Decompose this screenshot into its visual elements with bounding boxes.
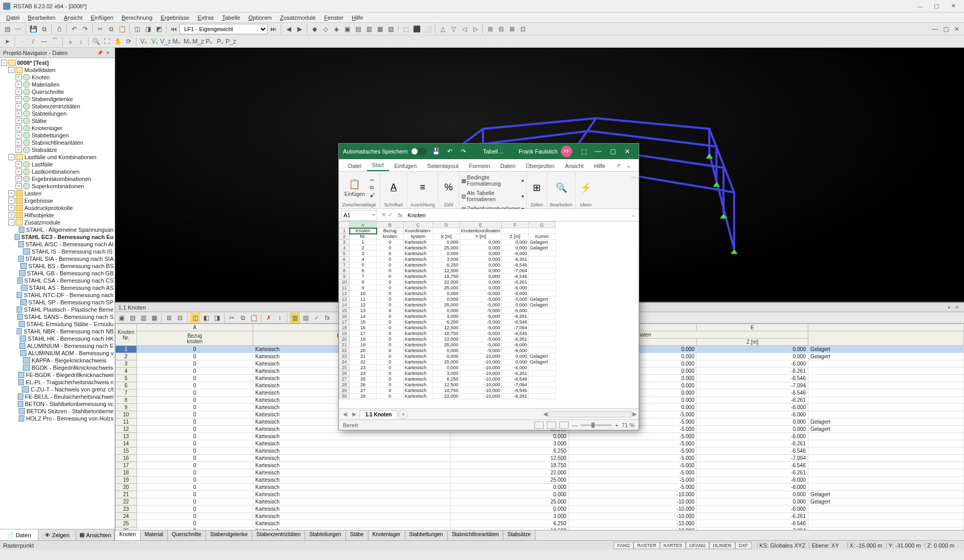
excel-fx-cancel-icon[interactable]: ✕ bbox=[381, 212, 386, 218]
excel-row[interactable]: 12100Kartesisch0,000-5,000-6,000 bbox=[339, 291, 556, 297]
excel-ideas-button[interactable]: ⚡ bbox=[577, 180, 594, 195]
view2-button[interactable]: ◨ bbox=[143, 24, 153, 34]
excel-rtab-seitenlayout[interactable]: Seitenlayout bbox=[422, 161, 464, 171]
table-tab-material[interactable]: Material bbox=[141, 530, 168, 540]
tt-btn[interactable]: ◨ bbox=[212, 313, 222, 323]
menu-berechnung[interactable]: Berechnung bbox=[117, 13, 156, 22]
pan-icon[interactable]: ✋ bbox=[113, 36, 123, 47]
menu-ansicht[interactable]: Ansicht bbox=[60, 13, 87, 22]
excel-fx-ok-icon[interactable]: ✓ bbox=[388, 212, 393, 218]
print-button[interactable]: ⎙ bbox=[54, 24, 64, 34]
excel-row[interactable]: 1080Kartesisch22,0000,000-6,261 bbox=[339, 279, 556, 285]
prev-page-button[interactable]: ⏮ bbox=[169, 24, 179, 34]
excel-row[interactable]: 23210Kartesisch0,000-10,0000,000Gelagert bbox=[339, 354, 556, 359]
zoom-fit-icon[interactable]: ⛶ bbox=[102, 36, 112, 47]
tree-stahl-hk-bemessung-nach-hk[interactable]: STAHL HK - Bemessung nach HK bbox=[1, 335, 114, 342]
tt-btn[interactable]: ◫ bbox=[190, 313, 200, 323]
excel-rtab-datei[interactable]: Datei bbox=[343, 161, 367, 171]
excel-row[interactable]: 24220Kartesisch25,000-10,0000,000Gelager… bbox=[339, 359, 556, 365]
tool-icon[interactable]: ⬛ bbox=[411, 24, 422, 34]
view-y-icon[interactable]: Vᵧ bbox=[149, 36, 160, 47]
excel-save-icon[interactable]: 💾 bbox=[432, 147, 441, 156]
tree-knotenlager[interactable]: +Knotenlager bbox=[1, 124, 114, 132]
excel-formula-input[interactable] bbox=[406, 210, 628, 220]
excel-align-button[interactable]: ≡ bbox=[415, 180, 431, 195]
save-button[interactable]: 💾 bbox=[28, 24, 38, 34]
tt-btn[interactable]: ◧ bbox=[201, 313, 211, 323]
excel-zoom-out-icon[interactable]: — bbox=[572, 422, 577, 428]
excel-row[interactable]: 15130Kartesisch0,000-5,000-6,000 bbox=[339, 308, 556, 314]
excel-number-button[interactable]: % bbox=[440, 180, 457, 195]
table-row[interactable]: 180Kartesisch22.000-5.000-6.261 bbox=[116, 469, 964, 477]
excel-cells-button[interactable]: ⊞ bbox=[529, 180, 545, 195]
tree-lasten[interactable]: +Lasten bbox=[1, 190, 114, 197]
undo-button[interactable]: ↶ bbox=[69, 24, 79, 34]
tree-stahl-csa-bemessung-nach-cs[interactable]: STAHL CSA - Bemessung nach CS bbox=[1, 277, 114, 284]
tree-stabteilungen[interactable]: +Stabteilungen bbox=[1, 110, 114, 117]
next-button[interactable]: ▶ bbox=[294, 24, 305, 34]
status-toggle-fang[interactable]: FANG bbox=[614, 542, 634, 549]
excel-row[interactable]: 2Nr.knotensystemX [m]Y [m]Z [m]Komm bbox=[339, 234, 556, 240]
tool-icon[interactable]: ⬚ bbox=[401, 24, 411, 34]
tool-icon[interactable]: ▤ bbox=[353, 24, 363, 34]
excel-row[interactable]: 640Kartesisch3,0000,000-6,261 bbox=[339, 257, 556, 262]
table-tab-stäbe[interactable]: Stäbe bbox=[346, 530, 368, 540]
axis-icon[interactable]: Pᵧ bbox=[215, 36, 225, 47]
excel-row[interactable]: 28260Kartesisch12,500-10,000-7,094 bbox=[339, 382, 556, 388]
axis-icon[interactable]: P_z bbox=[226, 36, 236, 47]
excel-share-icon[interactable]: ↗ bbox=[611, 160, 621, 171]
excel-view-break-icon[interactable] bbox=[559, 422, 569, 429]
excel-row[interactable]: 1190Kartesisch25,0000,000-6,000 bbox=[339, 285, 556, 291]
excel-row[interactable]: 20180Kartesisch22,000-5,000-6,261 bbox=[339, 337, 556, 342]
excel-row[interactable]: 30280Kartesisch22,000-10,000-6,261 bbox=[339, 394, 556, 399]
prev-button[interactable]: ◀ bbox=[283, 24, 294, 34]
status-toggle-ofang[interactable]: OFANG bbox=[686, 542, 710, 549]
tree-ergebniskombinationen[interactable]: +Ergebniskombinationen bbox=[1, 175, 114, 183]
child-close-button[interactable]: ✕ bbox=[952, 24, 962, 34]
table-tab-stabnichtlinearitäten[interactable]: Stabnichtlinearitäten bbox=[448, 530, 504, 540]
axis-icon[interactable]: M_z bbox=[193, 36, 203, 47]
autosave-toggle[interactable] bbox=[411, 148, 426, 155]
tab-daten[interactable]: 📄Daten bbox=[0, 529, 38, 540]
table-row[interactable]: 130Kartesisch0.000-5.000-6.000 bbox=[116, 433, 964, 440]
rotate-icon[interactable]: ⟳ bbox=[123, 36, 134, 47]
tab-zeigen[interactable]: 👁Zeigen bbox=[38, 529, 77, 540]
tree-bgdk-biegedrillknicknachweis[interactable]: BGDK - Biegedrillknicknachweis bbox=[1, 364, 114, 371]
maximize-button[interactable]: ▢ bbox=[929, 1, 944, 11]
tree-stabs-tze[interactable]: +Stabsätze bbox=[1, 146, 114, 153]
menu-ergebnisse[interactable]: Ergebnisse bbox=[157, 13, 194, 22]
tree-querschnitte[interactable]: +Querschnitte bbox=[1, 88, 114, 95]
excel-row[interactable]: 970Kartesisch18,7500,000-6,546 bbox=[339, 274, 556, 279]
open-button[interactable]: ⋯ bbox=[13, 24, 23, 34]
tree-holz-pro-bemessung-von-holzs[interactable]: HOLZ Pro - Bemessung von Holzs bbox=[1, 415, 114, 422]
table-tab-querschnitte[interactable]: Querschnitte bbox=[168, 530, 206, 540]
redo-button[interactable]: ↷ bbox=[80, 24, 90, 34]
point-icon[interactable]: · bbox=[17, 36, 27, 47]
excel-sheet[interactable]: ABCDEFG1KnotenBezugKoordinaten-Knotenkoo… bbox=[339, 221, 639, 408]
excel-condformat-button[interactable]: ▦ Bedingte Formatierung ▾ bbox=[460, 174, 525, 187]
tool-icon[interactable]: ⊠ bbox=[507, 24, 517, 34]
tt-btn[interactable]: ↕ bbox=[274, 313, 285, 323]
view-x-icon[interactable]: Vₓ bbox=[139, 36, 149, 47]
excel-rtab-hilfe[interactable]: Hilfe bbox=[589, 161, 611, 171]
table-row[interactable]: 200Kartesisch0.000-5.000-6.000 bbox=[116, 484, 964, 491]
support-icon[interactable]: ⏚ bbox=[65, 36, 75, 47]
excel-row[interactable]: 18160Kartesisch12,500-5,000-7,094 bbox=[339, 325, 556, 331]
tree-ergebnisse[interactable]: +Ergebnisse bbox=[1, 197, 114, 204]
view-z-icon[interactable]: V_z bbox=[160, 36, 171, 47]
table-tab-stabexzentrizitäten[interactable]: Stabexzentrizitäten bbox=[252, 530, 305, 540]
tool-icon[interactable]: ▦ bbox=[375, 24, 385, 34]
table-row[interactable]: 210Kartesisch0.000-10.0000.000Gelagert bbox=[116, 491, 964, 498]
user-avatar[interactable]: FF bbox=[561, 146, 572, 157]
axis-icon[interactable]: Mₓ bbox=[171, 36, 182, 47]
excel-row[interactable]: 17150Kartesisch6,250-5,000-6,546 bbox=[339, 319, 556, 325]
table-row[interactable]: 240Kartesisch3.000-10.000-6.261 bbox=[116, 513, 964, 520]
excel-zoom-in-icon[interactable]: + bbox=[615, 422, 618, 428]
excel-row[interactable]: 530Kartesisch0,0000,000-6,000 bbox=[339, 251, 556, 257]
tree-c-zu-t-nachweis-von-grenz-c-t[interactable]: C-ZU-T - Nachweis von grenz c/t bbox=[1, 386, 114, 393]
sheet-add-icon[interactable]: + bbox=[398, 410, 408, 419]
tree-aluminium-bemessung-nach-e[interactable]: ALUMINIUM - Bemessung nach E bbox=[1, 342, 114, 349]
excel-user[interactable]: Frank Faulstich FF bbox=[519, 146, 572, 157]
excel-rtab-überprüfen[interactable]: Überprüfen bbox=[521, 161, 560, 171]
excel-ribbon-dropdown-icon[interactable]: ⌄ bbox=[621, 160, 636, 171]
